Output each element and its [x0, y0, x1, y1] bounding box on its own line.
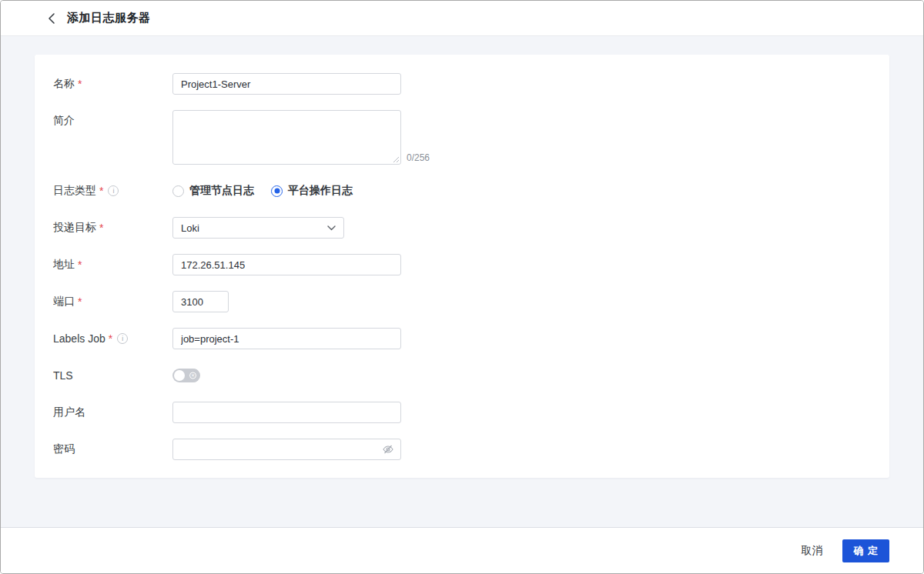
- cancel-button[interactable]: 取消: [801, 544, 822, 558]
- port-input[interactable]: [172, 291, 229, 312]
- tls-toggle[interactable]: ✕: [172, 369, 200, 382]
- form-row-name: 名称*: [53, 73, 871, 95]
- target-select-value: Loki: [181, 222, 199, 234]
- radio-platform-operation-log[interactable]: 平台操作日志: [271, 184, 353, 198]
- name-input[interactable]: [172, 73, 401, 95]
- address-label: 地址*: [53, 258, 172, 272]
- required-asterisk: *: [78, 259, 82, 270]
- toggle-off-icon: ✕: [189, 372, 196, 379]
- form-row-labels-job: Labels Job* i: [53, 328, 871, 349]
- required-asterisk: *: [99, 222, 103, 233]
- form-row-description: 简介 0/256: [53, 110, 871, 165]
- back-button[interactable]: [44, 11, 59, 26]
- form-card: 名称* 简介 0/256: [35, 55, 889, 478]
- eye-slash-icon[interactable]: [382, 443, 394, 456]
- page-title: 添加日志服务器: [67, 11, 151, 25]
- port-label: 端口*: [53, 295, 172, 309]
- footer-bar: 取消 确 定: [1, 527, 923, 573]
- page-content: 名称* 简介 0/256: [1, 36, 923, 527]
- info-icon[interactable]: i: [117, 333, 128, 344]
- required-asterisk: *: [78, 78, 82, 89]
- radio-management-node-log[interactable]: 管理节点日志: [172, 184, 254, 198]
- labels-job-input[interactable]: [172, 328, 401, 349]
- form-row-address: 地址*: [53, 254, 871, 275]
- add-log-server-page: 添加日志服务器 名称* 简介: [0, 0, 924, 574]
- username-input[interactable]: [172, 402, 401, 423]
- address-input[interactable]: [172, 254, 401, 275]
- description-label: 简介: [53, 110, 172, 128]
- chevron-left-icon: [48, 12, 55, 25]
- radio-circle-icon: [271, 185, 283, 197]
- info-icon[interactable]: i: [108, 185, 119, 196]
- form-row-target: 投递目标* Loki: [53, 217, 871, 239]
- radio-circle-icon: [172, 185, 184, 197]
- required-asterisk: *: [78, 296, 82, 307]
- tls-label: TLS: [53, 369, 172, 382]
- username-label: 用户名: [53, 405, 172, 419]
- confirm-button[interactable]: 确 定: [842, 539, 889, 562]
- form-row-username: 用户名: [53, 402, 871, 423]
- labels-job-label: Labels Job* i: [53, 332, 172, 345]
- required-asterisk: *: [109, 333, 112, 344]
- form-row-log-type: 日志类型* i 管理节点日志 平台操作日志: [53, 180, 871, 202]
- toggle-knob: [174, 370, 185, 381]
- target-label: 投递目标*: [53, 221, 172, 235]
- log-type-label: 日志类型* i: [53, 184, 172, 198]
- page-header: 添加日志服务器: [1, 1, 923, 36]
- name-label: 名称*: [53, 77, 172, 91]
- form-row-password: 密码: [53, 439, 871, 460]
- description-textarea[interactable]: [172, 110, 401, 165]
- required-asterisk: *: [99, 185, 103, 196]
- form-row-port: 端口*: [53, 291, 871, 312]
- chevron-down-icon: [327, 225, 336, 231]
- password-input[interactable]: [172, 439, 401, 460]
- char-counter: 0/256: [407, 152, 430, 165]
- form-row-tls: TLS ✕: [53, 365, 871, 386]
- password-label: 密码: [53, 442, 172, 456]
- log-type-radio-group: 管理节点日志 平台操作日志: [172, 184, 353, 198]
- resize-grip-icon[interactable]: [392, 155, 400, 163]
- target-select[interactable]: Loki: [172, 217, 344, 239]
